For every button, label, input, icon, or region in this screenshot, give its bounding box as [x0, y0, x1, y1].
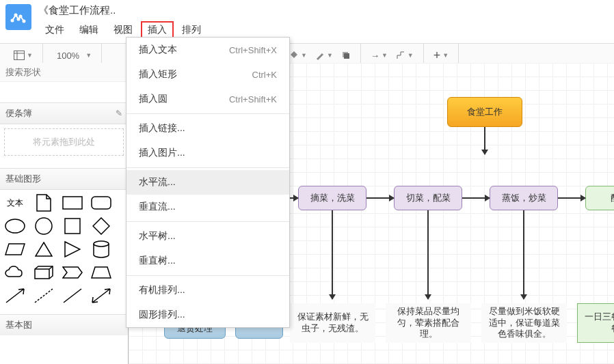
menu-edit[interactable]: 编辑: [72, 21, 105, 39]
process-node[interactable]: 切菜，配菜: [394, 186, 462, 210]
shape-circle[interactable]: [33, 217, 55, 235]
shapes-panel: 便条簿✎ 将元素拖到此处 基础图形 文本: [0, 63, 129, 364]
arrow: [462, 197, 490, 199]
arrow: [366, 197, 394, 199]
desc-node[interactable]: 尽量做到米饭软硬适中，保证每道菜色香味俱全。: [481, 303, 567, 343]
shape-line[interactable]: [62, 287, 83, 305]
shape-cylinder[interactable]: [90, 240, 112, 258]
arrow: [558, 197, 585, 199]
arrow: [290, 197, 298, 199]
horizontal-tree[interactable]: 水平树...: [126, 224, 289, 249]
arrow: [484, 127, 485, 154]
process-node[interactable]: 摘菜，洗菜: [298, 186, 366, 210]
insert-dropdown: 插入文本Ctrl+Shift+X 插入矩形Ctrl+K 插入圆Ctrl+Shif…: [126, 37, 290, 328]
start-node[interactable]: 食堂工作: [447, 97, 522, 127]
basic-shapes-header[interactable]: 基础图形: [0, 168, 128, 190]
circle-layout[interactable]: 圆形排列...: [126, 303, 289, 327]
desc-node[interactable]: 保持菜品尽量均匀，荤素搭配合理。: [386, 303, 471, 343]
shape-page[interactable]: [33, 194, 55, 212]
insert-text[interactable]: 插入文本Ctrl+Shift+X: [126, 38, 289, 62]
shape-text[interactable]: 文本: [4, 194, 26, 212]
pencil-icon[interactable]: ✎: [116, 109, 122, 118]
shape-trapezoid[interactable]: [90, 264, 112, 281]
layout-button[interactable]: ▼: [10, 48, 37, 63]
svg-point-15: [94, 241, 109, 247]
menu-file[interactable]: 文件: [38, 21, 71, 39]
shape-bidir-arrow[interactable]: [90, 287, 112, 305]
shape-cloud[interactable]: [4, 264, 26, 281]
shape-cube[interactable]: [33, 264, 55, 281]
connection-style-button[interactable]: →▼: [366, 48, 392, 64]
shape-arrow[interactable]: [4, 287, 26, 305]
zoom-control[interactable]: 100%▼: [49, 48, 96, 64]
shape-parallelogram[interactable]: [4, 240, 26, 258]
svg-rect-10: [63, 197, 82, 209]
document-title: 《食堂工作流程..: [38, 4, 609, 17]
shape-triangle[interactable]: [33, 240, 55, 258]
svg-point-12: [5, 219, 25, 233]
insert-image[interactable]: 插入图片...: [126, 141, 289, 165]
organic-layout[interactable]: 有机排列...: [126, 278, 289, 303]
arrow: [523, 210, 524, 299]
svg-rect-14: [65, 219, 80, 234]
shape-triangle-right[interactable]: [62, 240, 83, 258]
svg-point-4: [23, 20, 25, 23]
shape-square[interactable]: [62, 217, 83, 235]
shape-dashed[interactable]: [33, 287, 55, 305]
shape-roundrect[interactable]: [90, 194, 112, 212]
desc-node[interactable]: 保证素材新鲜，无虫子，无残渣。: [290, 303, 375, 343]
process-node[interactable]: 蒸饭，炒菜: [490, 186, 558, 210]
menu-bar: 文件 编辑 视图 插入 排列: [38, 21, 609, 39]
insert-link[interactable]: 插入链接...: [126, 116, 289, 141]
shadow-button[interactable]: [337, 48, 355, 63]
svg-point-0: [12, 20, 14, 22]
svg-point-2: [18, 18, 20, 20]
horizontal-flow[interactable]: 水平流...: [126, 170, 289, 195]
svg-point-3: [20, 16, 22, 18]
arrow: [427, 210, 429, 299]
shape-ellipse[interactable]: [4, 217, 26, 235]
shape-step[interactable]: [62, 264, 83, 281]
arrow: [332, 210, 333, 299]
search-shapes-input[interactable]: [0, 63, 128, 82]
scratchpad-header[interactable]: 便条簿✎: [0, 102, 128, 124]
svg-point-1: [15, 14, 17, 16]
svg-rect-5: [14, 51, 25, 60]
end-node[interactable]: 配餐: [585, 186, 614, 210]
waypoints-button[interactable]: ▼: [392, 48, 418, 63]
line-color-button[interactable]: ▼: [311, 48, 337, 63]
svg-point-13: [36, 218, 52, 234]
basic-diagram-header[interactable]: 基本图: [0, 314, 128, 335]
vertical-flow[interactable]: 垂直流...: [126, 195, 289, 219]
shape-rect[interactable]: [62, 194, 83, 212]
app-logo: [5, 4, 31, 30]
scratchpad-dropzone[interactable]: 将元素拖到此处: [4, 128, 124, 156]
insert-rect[interactable]: 插入矩形Ctrl+K: [126, 62, 289, 87]
vertical-tree[interactable]: 垂直树...: [126, 249, 289, 273]
shape-diamond[interactable]: [90, 217, 112, 235]
svg-rect-9: [344, 53, 349, 59]
desc-node[interactable]: 一日三餐，按时开餐。: [577, 303, 614, 343]
insert-circle[interactable]: 插入圆Ctrl+Shift+K: [126, 87, 289, 111]
svg-rect-11: [92, 197, 111, 209]
